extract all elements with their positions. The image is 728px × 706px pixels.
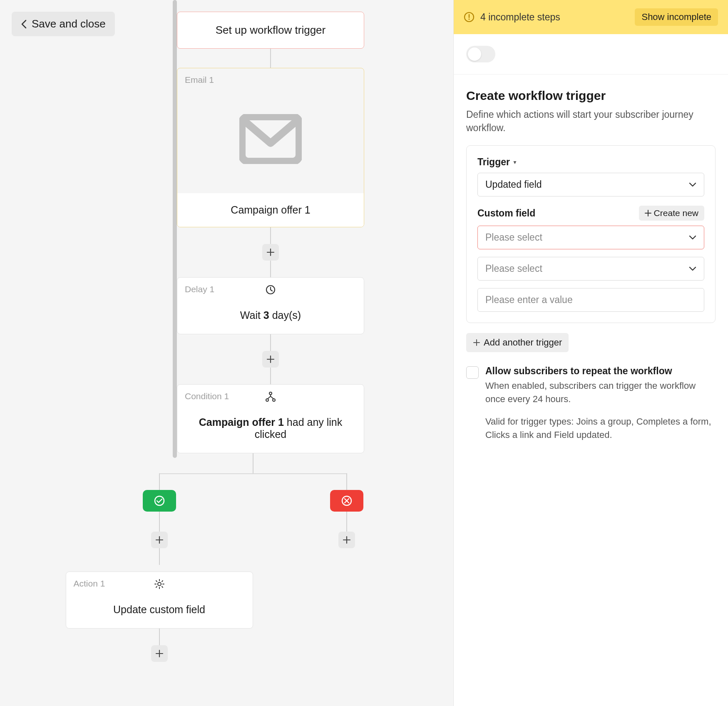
svg-point-7 bbox=[158, 582, 161, 586]
operator-placeholder: Please select bbox=[485, 263, 542, 274]
caret-down-icon: ▼ bbox=[512, 159, 517, 165]
delay-node-text: Wait 3 day(s) bbox=[185, 309, 356, 321]
chevron-left-icon bbox=[21, 20, 27, 29]
operator-select[interactable]: Please select bbox=[477, 257, 704, 281]
plus-icon bbox=[473, 339, 480, 346]
email-icon bbox=[239, 114, 302, 164]
connector bbox=[346, 512, 347, 532]
add-step-button[interactable] bbox=[151, 645, 168, 662]
action-node[interactable]: Action 1 Update custom field bbox=[66, 572, 253, 629]
condition-false-chip[interactable] bbox=[330, 490, 363, 512]
repeat-workflow-desc: When enabled, subscribers can trigger th… bbox=[485, 379, 716, 406]
connector bbox=[270, 261, 271, 277]
connector bbox=[159, 629, 160, 645]
email-node-tag: Email 1 bbox=[177, 68, 364, 85]
chevron-down-icon bbox=[689, 266, 696, 271]
email-node[interactable]: Email 1 Campaign offer 1 bbox=[177, 68, 364, 227]
trigger-select-value: Updated field bbox=[485, 179, 542, 190]
split-icon bbox=[265, 391, 276, 402]
incomplete-banner: 4 incomplete steps Show incomplete bbox=[454, 0, 728, 34]
plus-icon bbox=[645, 210, 651, 216]
gear-icon bbox=[154, 579, 165, 589]
connector bbox=[270, 227, 271, 244]
connector bbox=[159, 473, 160, 491]
add-step-button[interactable] bbox=[262, 351, 279, 368]
trigger-node-label: Set up workflow trigger bbox=[216, 24, 325, 36]
connector bbox=[346, 473, 347, 491]
repeat-workflow-checkbox[interactable] bbox=[466, 366, 479, 379]
add-step-button[interactable] bbox=[262, 244, 279, 261]
clock-icon bbox=[265, 284, 276, 295]
trigger-card: Trigger▼ Updated field Custom field Crea… bbox=[466, 145, 716, 323]
workflow-active-toggle[interactable] bbox=[466, 46, 495, 62]
custom-field-label: Custom field bbox=[477, 208, 535, 219]
connector bbox=[159, 512, 160, 532]
incomplete-banner-text: 4 incomplete steps bbox=[480, 12, 629, 23]
connector bbox=[270, 368, 271, 384]
scrollbar-thumb[interactable] bbox=[173, 0, 177, 458]
toggle-knob bbox=[468, 47, 481, 61]
chevron-down-icon bbox=[689, 235, 696, 240]
repeat-workflow-valid: Valid for trigger types: Joins a group, … bbox=[485, 415, 716, 442]
value-input-placeholder: Please enter a value bbox=[485, 294, 573, 305]
create-new-button[interactable]: Create new bbox=[639, 206, 704, 221]
svg-point-2 bbox=[269, 392, 272, 395]
delay-node[interactable]: Delay 1 Wait 3 day(s) bbox=[177, 277, 364, 334]
plus-icon bbox=[155, 649, 164, 658]
plus-icon bbox=[266, 355, 275, 363]
x-circle-icon bbox=[341, 495, 352, 506]
connector bbox=[253, 453, 253, 473]
add-step-button[interactable] bbox=[151, 532, 168, 548]
svg-point-9 bbox=[469, 19, 470, 20]
panel-description: Define which actions will start your sub… bbox=[466, 108, 716, 134]
value-input[interactable]: Please enter a value bbox=[477, 288, 704, 312]
custom-field-select[interactable]: Please select bbox=[477, 226, 704, 249]
add-step-button[interactable] bbox=[338, 532, 355, 548]
connector bbox=[159, 473, 347, 474]
check-circle-icon bbox=[154, 495, 165, 506]
svg-point-3 bbox=[266, 399, 268, 401]
plus-icon bbox=[343, 536, 351, 544]
save-and-close-label: Save and close bbox=[32, 17, 106, 30]
trigger-field-label: Trigger▼ bbox=[477, 157, 704, 168]
trigger-node[interactable]: Set up workflow trigger bbox=[177, 12, 364, 49]
plus-icon bbox=[266, 248, 275, 256]
svg-point-5 bbox=[155, 496, 164, 505]
condition-node[interactable]: Condition 1 Campaign offer 1 had any lin… bbox=[177, 384, 364, 453]
save-and-close-button[interactable]: Save and close bbox=[12, 12, 115, 36]
trigger-select[interactable]: Updated field bbox=[477, 173, 704, 196]
repeat-workflow-label: Allow subscribers to repeat the workflow bbox=[485, 365, 716, 377]
show-incomplete-button[interactable]: Show incomplete bbox=[635, 8, 718, 26]
settings-sidebar: 4 incomplete steps Show incomplete Creat… bbox=[453, 0, 728, 706]
condition-node-text: Campaign offer 1 had any link clicked bbox=[185, 416, 356, 440]
custom-field-placeholder: Please select bbox=[485, 232, 542, 243]
add-another-trigger-button[interactable]: Add another trigger bbox=[466, 333, 569, 352]
svg-point-4 bbox=[273, 399, 275, 401]
connector bbox=[270, 49, 271, 68]
email-node-title: Campaign offer 1 bbox=[177, 193, 364, 227]
panel-title: Create workflow trigger bbox=[466, 89, 716, 103]
alert-circle-icon bbox=[464, 12, 475, 22]
chevron-down-icon bbox=[689, 182, 696, 187]
connector bbox=[270, 334, 271, 351]
action-node-title: Update custom field bbox=[74, 604, 245, 616]
condition-true-chip[interactable] bbox=[143, 490, 176, 512]
workflow-canvas: Save and close ▲ Set up workflow trigger… bbox=[0, 0, 453, 706]
plus-icon bbox=[155, 536, 164, 544]
connector bbox=[159, 548, 160, 565]
